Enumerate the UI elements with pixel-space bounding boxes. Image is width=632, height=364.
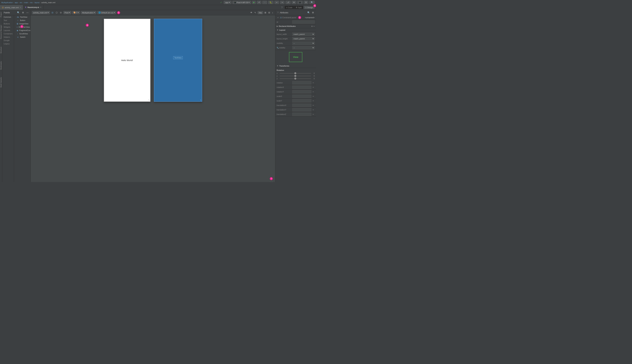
search-button[interactable]: 🔍 bbox=[309, 1, 315, 4]
layout-section-header[interactable]: ▼ Layout bbox=[275, 28, 316, 32]
sidebar-label-project[interactable]: Project bbox=[0, 11, 2, 18]
run-button[interactable]: ▶ bbox=[252, 1, 256, 4]
attr-translationy-input[interactable] bbox=[292, 108, 311, 112]
tab-mainactivity-kt[interactable]: K MainActivity.kt ✕ bbox=[23, 5, 44, 10]
close-icon[interactable]: ✕ bbox=[20, 6, 21, 8]
attr-visibility2-select[interactable]: -- visible invisible gone bbox=[292, 46, 315, 50]
debug-button[interactable]: 🐛 bbox=[268, 1, 274, 4]
constraints-icon[interactable]: ⊞ bbox=[264, 11, 267, 14]
attr-search-button[interactable]: 🔍 bbox=[307, 11, 311, 14]
checkmark-button[interactable]: ✓ bbox=[220, 1, 223, 4]
palette-item-switch[interactable]: ⊖ Switch bbox=[14, 35, 30, 39]
code-tab[interactable]: ≡ Code bbox=[285, 6, 294, 9]
attr-rotationy-input[interactable] bbox=[292, 90, 311, 94]
attr-visibility-select[interactable]: -- visible invisible gone bbox=[292, 42, 315, 45]
breadcrumb-layout[interactable]: layout bbox=[34, 2, 39, 4]
attr-rotation-edit-button[interactable]: ✏ bbox=[312, 82, 315, 84]
settings-button[interactable]: ⚙ bbox=[292, 1, 296, 4]
design-surface-icon[interactable]: ⊟ bbox=[51, 11, 54, 14]
zoom-in-button[interactable]: + bbox=[270, 182, 273, 182]
palette-category-helpers[interactable]: Helpers bbox=[2, 35, 14, 39]
sidebar-label-bookmarks[interactable]: Bookmarks bbox=[0, 60, 2, 71]
align-icon[interactable]: ⊟ bbox=[268, 11, 271, 14]
attr-layout-height-select[interactable]: match_parent wrap_content 0dp bbox=[292, 37, 315, 40]
design-tab[interactable]: ◻ Design bbox=[304, 6, 315, 9]
file-dropdown[interactable]: activity_main.xml ▾ bbox=[32, 11, 50, 14]
git-button[interactable]: ⎇ bbox=[286, 1, 291, 4]
blueprint-resize-handle[interactable]: ↘ bbox=[200, 99, 201, 101]
attr-id-input[interactable] bbox=[292, 20, 315, 24]
device-manager-button[interactable]: 📱 bbox=[297, 1, 303, 4]
declared-attributes-section[interactable]: ▶ Declared Attributes + − bbox=[275, 24, 316, 28]
attr-rotation-input[interactable] bbox=[292, 81, 311, 84]
blueprint-textview[interactable]: TextView bbox=[173, 56, 183, 59]
tab-activity-main-xml[interactable]: ⊡ activity_main.xml ✕ bbox=[0, 5, 23, 10]
cursor-icon[interactable]: ↖ bbox=[254, 11, 257, 14]
attr-rotationx-edit-button[interactable]: ✏ bbox=[312, 86, 315, 88]
palette-category-layouts[interactable]: Layouts bbox=[2, 29, 14, 32]
palette-minimize-button[interactable]: — bbox=[26, 11, 29, 14]
attr-settings-button[interactable]: ⚙ bbox=[311, 11, 315, 14]
palette-category-containers[interactable]: Containers bbox=[2, 32, 14, 35]
theme-dropdown[interactable]: 🎨 T ▾ bbox=[72, 11, 80, 14]
attr-rotationy-edit-button[interactable]: ✏ bbox=[312, 90, 315, 93]
sdk-manager-button[interactable]: ☰ bbox=[304, 1, 308, 4]
attr-layout-width-select[interactable]: match_parent wrap_content 0dp bbox=[292, 32, 315, 36]
transforms-section-header[interactable]: ▼ Transforms bbox=[275, 64, 316, 68]
breadcrumb-main[interactable]: main bbox=[24, 2, 28, 4]
rotation-z-thumb[interactable] bbox=[294, 78, 296, 80]
redo-button[interactable]: ↪ bbox=[280, 1, 284, 4]
locale-dropdown[interactable]: 🌐 Default (en-us) ▾ bbox=[97, 11, 116, 14]
device-dropdown[interactable]: Pixel ▾ bbox=[64, 11, 71, 14]
attr-translationz-edit-button[interactable]: ✏ bbox=[312, 113, 315, 116]
rebuild-button[interactable]: ↺ bbox=[257, 1, 261, 4]
attr-translationz-input[interactable] bbox=[292, 112, 311, 116]
breadcrumb-res[interactable]: res bbox=[30, 2, 32, 4]
attr-translationx-edit-button[interactable]: ✏ bbox=[312, 104, 315, 106]
attr-translationx-input[interactable] bbox=[292, 104, 311, 107]
app-dropdown-canvas[interactable]: MyApplication ▾ bbox=[81, 11, 96, 14]
breadcrumb-myapplication[interactable]: MyApplication bbox=[1, 2, 13, 4]
dp-dropdown[interactable]: 0dp bbox=[258, 11, 263, 14]
attr-scaley-edit-button[interactable]: ✏ bbox=[312, 100, 315, 102]
split-tab[interactable]: ⊞ Split bbox=[294, 6, 303, 9]
eye-icon[interactable]: 👁 bbox=[250, 11, 253, 14]
rotation-y-track[interactable] bbox=[280, 76, 311, 76]
palette-category-legacy[interactable]: Legacy bbox=[2, 42, 14, 45]
attr-translationy-edit-button[interactable]: ✏ bbox=[312, 108, 315, 111]
declared-attributes-plus-button[interactable]: + bbox=[311, 25, 313, 27]
declared-attributes-minus-button[interactable]: − bbox=[313, 25, 315, 27]
close-icon[interactable]: ✕ bbox=[40, 6, 42, 8]
palette-item-button[interactable]: □ Button bbox=[14, 19, 30, 22]
attr-back-icon[interactable]: ↩ bbox=[277, 16, 280, 19]
palette-category-buttons[interactable]: Buttons bbox=[2, 22, 14, 25]
rotation-x-thumb[interactable] bbox=[294, 72, 296, 74]
rotation-z-track[interactable] bbox=[280, 78, 311, 79]
more-button[interactable]: ⋯ bbox=[262, 1, 267, 4]
palette-item-scrollview[interactable]: ↕ ScrollView bbox=[14, 32, 30, 35]
palette-settings-button[interactable]: ⚙ bbox=[21, 11, 25, 14]
palette-item-imageview[interactable]: 🖼 ImageView bbox=[14, 22, 30, 25]
help-icon[interactable]: ? bbox=[281, 6, 283, 9]
attr-rotationx-input[interactable] bbox=[292, 86, 311, 89]
sidebar-label-resource[interactable]: Resource Manager bbox=[0, 24, 2, 40]
palette-search-button[interactable]: 🔍 bbox=[16, 11, 20, 14]
palette-category-widgets[interactable]: Widgets bbox=[2, 25, 14, 29]
attr-help-icon[interactable]: ? bbox=[277, 11, 279, 14]
breadcrumb-file[interactable]: activity_main.xml bbox=[42, 2, 56, 4]
guidelines-icon[interactable]: ↕ bbox=[272, 11, 274, 14]
sidebar-label-build[interactable]: Build Variants bbox=[0, 76, 2, 89]
rotation-y-thumb[interactable] bbox=[294, 75, 296, 77]
palette-item-fragmentcontainerview[interactable]: ▣ FragmentContainerView bbox=[14, 29, 30, 32]
rotation-x-track[interactable] bbox=[280, 73, 311, 74]
palette-category-common[interactable]: Common bbox=[2, 15, 14, 19]
palette-category-text[interactable]: Text bbox=[2, 19, 14, 22]
palette-item-textview[interactable]: Ab TextView bbox=[14, 15, 30, 19]
breadcrumb-app[interactable]: app bbox=[15, 2, 18, 4]
attr-scalex-input[interactable] bbox=[292, 94, 311, 98]
blueprints-icon[interactable]: ⬡ bbox=[55, 11, 58, 14]
undo-button[interactable]: ↩ bbox=[274, 1, 279, 4]
app-dropdown[interactable]: app ▾ bbox=[224, 1, 231, 4]
sidebar-label-structure[interactable]: Structure bbox=[0, 45, 2, 55]
device-dropdown[interactable]: 📱 Pixel 4 API 30 ▾ bbox=[232, 1, 251, 4]
